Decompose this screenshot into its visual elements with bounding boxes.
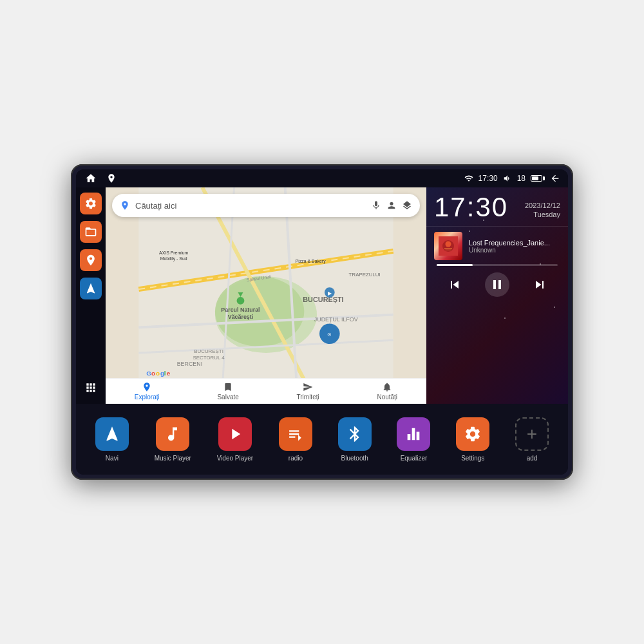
layers-icon[interactable] <box>402 200 412 211</box>
svg-text:BUCUREȘTI: BUCUREȘTI <box>303 296 343 303</box>
status-bar: 17:30 18 <box>76 169 568 187</box>
clock-day: Tuesday <box>525 211 560 218</box>
wifi-icon <box>464 174 473 183</box>
next-button[interactable] <box>529 274 550 295</box>
explore-label: Explorați <box>135 393 160 401</box>
back-icon[interactable] <box>550 173 560 184</box>
app-settings[interactable]: Settings <box>456 417 489 462</box>
map-search-bar[interactable]: Căutați aici <box>112 194 420 217</box>
svg-point-12 <box>237 297 245 305</box>
sidebar-files-button[interactable] <box>80 221 102 243</box>
progress-bar-fill <box>437 264 473 266</box>
send-label: Trimiteți <box>297 393 319 401</box>
app-equalizer[interactable]: Equalizer <box>397 417 430 462</box>
app-radio[interactable]: radio <box>279 417 312 462</box>
radio-label: radio <box>289 455 303 462</box>
sidebar-settings-button[interactable] <box>80 193 102 214</box>
navi-label: Navi <box>106 455 118 462</box>
svg-text:SECTORUL 4: SECTORUL 4 <box>193 355 225 361</box>
microphone-icon[interactable] <box>371 200 381 211</box>
map-search-input[interactable]: Căutați aici <box>135 201 366 211</box>
map-saved-button[interactable]: Salvate <box>217 382 238 401</box>
app-music[interactable]: Music Player <box>155 417 191 462</box>
svg-text:AXIS Premium: AXIS Premium <box>159 251 189 255</box>
svg-text:l: l <box>164 370 166 377</box>
main-content: Parcul Natural Văcărești BUCUREȘTI JUDEȚ… <box>76 187 568 404</box>
svg-text:Parcul Natural: Parcul Natural <box>221 307 260 313</box>
battery-level: 18 <box>517 174 526 183</box>
map-send-button[interactable]: Trimiteți <box>297 382 319 401</box>
add-label: add <box>527 455 538 462</box>
app-grid-section: Navi Music Player Video Player <box>76 404 568 475</box>
time-display: 17:30 <box>478 174 498 183</box>
svg-text:e: e <box>167 370 171 377</box>
battery-icon <box>531 175 545 182</box>
status-bar-left <box>84 171 118 185</box>
app-add[interactable]: + add <box>515 417 549 462</box>
status-bar-right: 17:30 18 <box>464 173 560 184</box>
radio-icon <box>279 417 312 451</box>
svg-text:o: o <box>156 370 160 377</box>
device-frame: 17:30 18 <box>71 164 573 480</box>
navi-icon <box>95 417 129 451</box>
settings-icon <box>456 417 489 451</box>
clock-section: 17:30 2023/12/12 Tuesday <box>426 187 568 227</box>
clock-time: 17:30 <box>434 194 508 221</box>
map-svg: Parcul Natural Văcărești BUCUREȘTI JUDEȚ… <box>106 187 426 404</box>
svg-text:⊙: ⊙ <box>327 332 332 337</box>
map-explore-button[interactable]: Explorați <box>135 382 160 401</box>
svg-text:Mobility - Sud: Mobility - Sud <box>160 256 187 261</box>
music-progress-bar[interactable] <box>437 264 558 266</box>
svg-text:G: G <box>146 370 151 377</box>
video-label: Video Player <box>217 455 254 462</box>
clock-date: 2023/12/12 <box>525 202 560 209</box>
equalizer-icon <box>397 417 430 451</box>
bluetooth-icon <box>338 417 372 451</box>
pause-button[interactable] <box>485 272 509 297</box>
music-label: Music Player <box>155 455 191 462</box>
svg-rect-37 <box>444 248 452 249</box>
prev-button[interactable] <box>444 274 465 295</box>
music-thumbnail <box>434 232 462 260</box>
saved-label: Salvate <box>217 393 238 401</box>
music-artist: Unknown <box>469 247 560 254</box>
sidebar-navi-button[interactable] <box>80 278 102 299</box>
app-navi[interactable]: Navi <box>95 417 129 462</box>
sidebar-maps-button[interactable] <box>80 249 102 271</box>
account-icon[interactable] <box>386 200 397 211</box>
music-controls <box>434 270 560 299</box>
music-section: Lost Frequencies_Janie... Unknown <box>426 227 568 305</box>
music-icon <box>156 417 189 451</box>
svg-point-36 <box>446 242 451 247</box>
equalizer-label: Equalizer <box>401 455 428 462</box>
svg-text:BUCUREȘTI: BUCUREȘTI <box>194 348 223 354</box>
google-maps-logo <box>120 200 130 211</box>
device-screen: 17:30 18 <box>76 169 568 475</box>
video-icon <box>218 417 252 451</box>
add-icon: + <box>515 417 549 451</box>
music-info: Lost Frequencies_Janie... Unknown <box>434 232 560 260</box>
svg-text:Văcărești: Văcărești <box>228 314 253 320</box>
svg-rect-38 <box>446 249 451 250</box>
news-label: Noutăți <box>377 393 397 401</box>
svg-text:Pizza & Bakery: Pizza & Bakery <box>296 259 326 264</box>
music-title: Lost Frequencies_Janie... <box>469 239 560 247</box>
svg-text:o: o <box>151 370 155 377</box>
volume-icon <box>503 174 512 183</box>
app-bluetooth[interactable]: Bluetooth <box>338 417 372 462</box>
svg-text:TRAPEZULUI: TRAPEZULUI <box>349 272 381 278</box>
map-area[interactable]: Parcul Natural Văcărești BUCUREȘTI JUDEȚ… <box>106 187 426 404</box>
right-panel: 17:30 2023/12/12 Tuesday <box>426 187 568 404</box>
map-shortcut-button[interactable] <box>104 171 118 185</box>
sidebar-grid-button[interactable] <box>80 377 102 399</box>
svg-text:JUDEȚUL ILFOV: JUDEȚUL ILFOV <box>314 316 358 323</box>
map-news-button[interactable]: Noutăți <box>377 382 397 401</box>
music-details: Lost Frequencies_Janie... Unknown <box>469 239 560 254</box>
settings-label: Settings <box>461 455 484 462</box>
left-sidebar <box>76 187 106 404</box>
svg-text:▶: ▶ <box>328 290 332 296</box>
app-video[interactable]: Video Player <box>217 417 254 462</box>
svg-text:BERCENI: BERCENI <box>177 361 202 367</box>
home-button[interactable] <box>84 171 98 185</box>
map-bottom-bar: Explorați Salvate Trimiteți Noutăți <box>106 378 426 404</box>
